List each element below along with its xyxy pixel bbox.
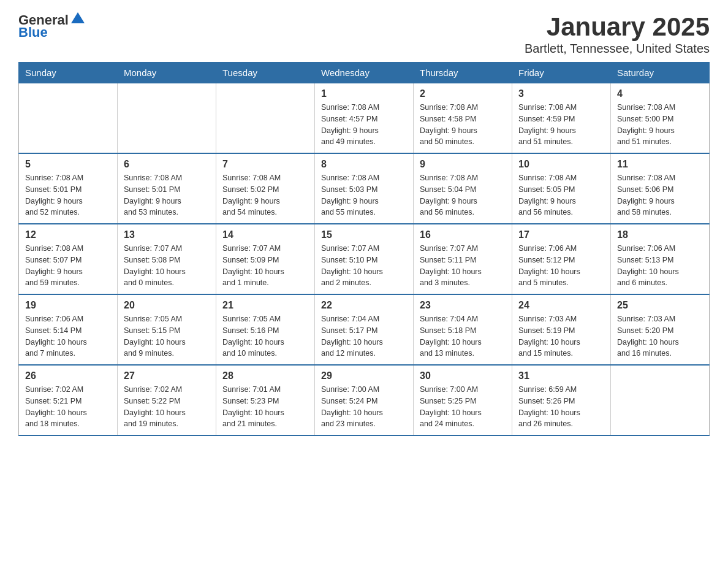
calendar-week-row: 12Sunrise: 7:08 AMSunset: 5:07 PMDayligh… <box>19 224 710 294</box>
calendar-day-cell: 24Sunrise: 7:03 AMSunset: 5:19 PMDayligh… <box>512 294 611 365</box>
day-info: Sunrise: 7:02 AMSunset: 5:21 PMDaylight:… <box>25 384 111 430</box>
logo-blue: Blue <box>18 25 48 40</box>
day-info: Sunrise: 7:08 AMSunset: 4:58 PMDaylight:… <box>420 102 506 148</box>
calendar-day-cell: 14Sunrise: 7:07 AMSunset: 5:09 PMDayligh… <box>216 224 315 294</box>
calendar-day-cell: 16Sunrise: 7:07 AMSunset: 5:11 PMDayligh… <box>414 224 512 294</box>
day-info: Sunrise: 7:07 AMSunset: 5:10 PMDaylight:… <box>321 243 407 289</box>
day-info: Sunrise: 7:07 AMSunset: 5:11 PMDaylight:… <box>420 243 506 289</box>
day-info: Sunrise: 7:02 AMSunset: 5:22 PMDaylight:… <box>124 384 210 430</box>
calendar-day-cell: 13Sunrise: 7:07 AMSunset: 5:08 PMDayligh… <box>118 224 216 294</box>
page-subtitle: Bartlett, Tennessee, United States <box>525 42 710 56</box>
day-number: 13 <box>124 229 210 240</box>
calendar-week-row: 1Sunrise: 7:08 AMSunset: 4:57 PMDaylight… <box>19 83 710 154</box>
day-info: Sunrise: 7:06 AMSunset: 5:14 PMDaylight:… <box>25 313 111 359</box>
calendar-day-cell: 18Sunrise: 7:06 AMSunset: 5:13 PMDayligh… <box>611 224 710 294</box>
col-wednesday: Wednesday <box>315 63 414 83</box>
day-info: Sunrise: 7:08 AMSunset: 4:57 PMDaylight:… <box>321 102 407 148</box>
day-info: Sunrise: 7:04 AMSunset: 5:18 PMDaylight:… <box>420 313 506 359</box>
day-info: Sunrise: 7:08 AMSunset: 4:59 PMDaylight:… <box>518 102 604 148</box>
day-info: Sunrise: 6:59 AMSunset: 5:26 PMDaylight:… <box>518 384 604 430</box>
day-number: 31 <box>518 370 604 381</box>
calendar-day-cell <box>611 365 710 435</box>
day-info: Sunrise: 7:07 AMSunset: 5:08 PMDaylight:… <box>124 243 210 289</box>
day-number: 14 <box>222 229 308 240</box>
calendar-day-cell: 25Sunrise: 7:03 AMSunset: 5:20 PMDayligh… <box>611 294 710 365</box>
calendar-week-row: 19Sunrise: 7:06 AMSunset: 5:14 PMDayligh… <box>19 294 710 365</box>
calendar-day-cell: 6Sunrise: 7:08 AMSunset: 5:01 PMDaylight… <box>118 153 216 224</box>
calendar-day-cell: 2Sunrise: 7:08 AMSunset: 4:58 PMDaylight… <box>414 83 512 154</box>
col-monday: Monday <box>118 63 216 83</box>
calendar-day-cell: 11Sunrise: 7:08 AMSunset: 5:06 PMDayligh… <box>611 153 710 224</box>
day-info: Sunrise: 7:08 AMSunset: 5:03 PMDaylight:… <box>321 172 407 218</box>
day-info: Sunrise: 7:00 AMSunset: 5:24 PMDaylight:… <box>321 384 407 430</box>
calendar-day-cell <box>118 83 216 154</box>
day-info: Sunrise: 7:01 AMSunset: 5:23 PMDaylight:… <box>222 384 308 430</box>
calendar-day-cell: 10Sunrise: 7:08 AMSunset: 5:05 PMDayligh… <box>512 153 611 224</box>
day-number: 28 <box>222 370 308 381</box>
calendar-table: Sunday Monday Tuesday Wednesday Thursday… <box>18 62 710 436</box>
logo-triangle-icon <box>71 11 85 25</box>
day-number: 10 <box>518 159 604 170</box>
day-number: 2 <box>420 88 506 99</box>
calendar-day-cell: 8Sunrise: 7:08 AMSunset: 5:03 PMDaylight… <box>315 153 414 224</box>
day-number: 22 <box>321 300 407 311</box>
day-info: Sunrise: 7:08 AMSunset: 5:05 PMDaylight:… <box>518 172 604 218</box>
day-number: 18 <box>617 229 703 240</box>
day-number: 29 <box>321 370 407 381</box>
day-info: Sunrise: 7:08 AMSunset: 5:01 PMDaylight:… <box>25 172 111 218</box>
day-number: 4 <box>617 88 703 99</box>
calendar-day-cell <box>19 83 118 154</box>
calendar-day-cell: 28Sunrise: 7:01 AMSunset: 5:23 PMDayligh… <box>216 365 315 435</box>
col-tuesday: Tuesday <box>216 63 315 83</box>
calendar-day-cell: 17Sunrise: 7:06 AMSunset: 5:12 PMDayligh… <box>512 224 611 294</box>
col-friday: Friday <box>512 63 611 83</box>
day-number: 7 <box>222 159 308 170</box>
col-sunday: Sunday <box>19 63 118 83</box>
day-number: 19 <box>25 300 111 311</box>
day-info: Sunrise: 7:00 AMSunset: 5:25 PMDaylight:… <box>420 384 506 430</box>
day-number: 16 <box>420 229 506 240</box>
calendar-week-row: 5Sunrise: 7:08 AMSunset: 5:01 PMDaylight… <box>19 153 710 224</box>
calendar-day-cell: 9Sunrise: 7:08 AMSunset: 5:04 PMDaylight… <box>414 153 512 224</box>
calendar-day-cell: 3Sunrise: 7:08 AMSunset: 4:59 PMDaylight… <box>512 83 611 154</box>
day-number: 6 <box>124 159 210 170</box>
svg-marker-0 <box>71 12 85 23</box>
calendar-day-cell: 26Sunrise: 7:02 AMSunset: 5:21 PMDayligh… <box>19 365 118 435</box>
calendar-day-cell: 21Sunrise: 7:05 AMSunset: 5:16 PMDayligh… <box>216 294 315 365</box>
day-number: 27 <box>124 370 210 381</box>
calendar-day-cell: 31Sunrise: 6:59 AMSunset: 5:26 PMDayligh… <box>512 365 611 435</box>
calendar-day-cell: 29Sunrise: 7:00 AMSunset: 5:24 PMDayligh… <box>315 365 414 435</box>
day-info: Sunrise: 7:06 AMSunset: 5:13 PMDaylight:… <box>617 243 703 289</box>
day-info: Sunrise: 7:07 AMSunset: 5:09 PMDaylight:… <box>222 243 308 289</box>
day-number: 20 <box>124 300 210 311</box>
day-number: 24 <box>518 300 604 311</box>
day-number: 21 <box>222 300 308 311</box>
day-number: 3 <box>518 88 604 99</box>
day-info: Sunrise: 7:08 AMSunset: 5:02 PMDaylight:… <box>222 172 308 218</box>
day-number: 15 <box>321 229 407 240</box>
day-number: 1 <box>321 88 407 99</box>
calendar-day-cell: 15Sunrise: 7:07 AMSunset: 5:10 PMDayligh… <box>315 224 414 294</box>
calendar-day-cell <box>216 83 315 154</box>
calendar-day-cell: 19Sunrise: 7:06 AMSunset: 5:14 PMDayligh… <box>19 294 118 365</box>
day-info: Sunrise: 7:03 AMSunset: 5:20 PMDaylight:… <box>617 313 703 359</box>
day-number: 12 <box>25 229 111 240</box>
calendar-day-cell: 22Sunrise: 7:04 AMSunset: 5:17 PMDayligh… <box>315 294 414 365</box>
calendar-day-cell: 12Sunrise: 7:08 AMSunset: 5:07 PMDayligh… <box>19 224 118 294</box>
day-info: Sunrise: 7:08 AMSunset: 5:07 PMDaylight:… <box>25 243 111 289</box>
day-info: Sunrise: 7:08 AMSunset: 5:01 PMDaylight:… <box>124 172 210 218</box>
calendar-week-row: 26Sunrise: 7:02 AMSunset: 5:21 PMDayligh… <box>19 365 710 435</box>
day-info: Sunrise: 7:04 AMSunset: 5:17 PMDaylight:… <box>321 313 407 359</box>
day-info: Sunrise: 7:03 AMSunset: 5:19 PMDaylight:… <box>518 313 604 359</box>
day-number: 5 <box>25 159 111 170</box>
day-info: Sunrise: 7:08 AMSunset: 5:06 PMDaylight:… <box>617 172 703 218</box>
day-number: 30 <box>420 370 506 381</box>
col-thursday: Thursday <box>414 63 512 83</box>
calendar-day-cell: 27Sunrise: 7:02 AMSunset: 5:22 PMDayligh… <box>118 365 216 435</box>
day-info: Sunrise: 7:08 AMSunset: 5:00 PMDaylight:… <box>617 102 703 148</box>
day-number: 8 <box>321 159 407 170</box>
day-info: Sunrise: 7:06 AMSunset: 5:12 PMDaylight:… <box>518 243 604 289</box>
day-info: Sunrise: 7:08 AMSunset: 5:04 PMDaylight:… <box>420 172 506 218</box>
calendar-day-cell: 4Sunrise: 7:08 AMSunset: 5:00 PMDaylight… <box>611 83 710 154</box>
day-info: Sunrise: 7:05 AMSunset: 5:16 PMDaylight:… <box>222 313 308 359</box>
